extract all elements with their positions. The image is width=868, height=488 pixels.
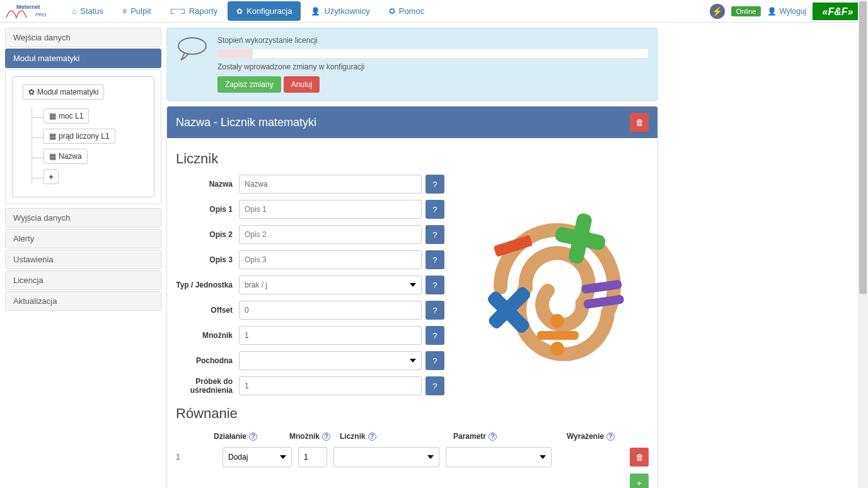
label-opis1: Opis 1 bbox=[176, 205, 239, 214]
home-icon: ⌂ bbox=[72, 7, 76, 16]
svg-text:«F&F»: «F&F» bbox=[823, 6, 854, 17]
label-mnoznik: Mnożnik bbox=[176, 331, 239, 340]
section-licznik-title: Licznik bbox=[176, 151, 649, 167]
label-pochodna: Pochodna bbox=[176, 356, 239, 365]
nav-uzytkownicy[interactable]: 👤Użytkownicy bbox=[302, 1, 378, 21]
sidebar-item-licencja[interactable]: Licencja bbox=[5, 270, 161, 290]
help-mnoznik-button[interactable]: ? bbox=[425, 326, 444, 345]
label-typ: Typ / Jednostka bbox=[176, 281, 239, 289]
gear-icon: ✿ bbox=[28, 88, 35, 96]
license-alert: Stopień wykorzystanie licencji Zostały w… bbox=[166, 28, 658, 101]
svg-point-14 bbox=[550, 342, 564, 356]
topbar: Meternet PRO ⌂Status ≡Pulpit ⫍⫎Raporty ✿… bbox=[0, 0, 868, 23]
plus-icon: + bbox=[637, 479, 642, 488]
nav-konfiguracja[interactable]: ✿Konfiguracja bbox=[228, 1, 301, 21]
input-opis1[interactable] bbox=[239, 200, 422, 219]
select-dzialanie[interactable]: Dodaj bbox=[223, 447, 292, 467]
help-offset-button[interactable]: ? bbox=[425, 301, 444, 320]
help-opis3-button[interactable]: ? bbox=[425, 250, 444, 269]
help-opis1-button[interactable]: ? bbox=[425, 200, 444, 219]
input-row-mnoznik[interactable] bbox=[298, 447, 327, 467]
main-nav: ⌂Status ≡Pulpit ⫍⫎Raporty ✿Konfiguracja … bbox=[63, 1, 433, 21]
nav-pulpit[interactable]: ≡Pulpit bbox=[113, 1, 160, 21]
grid-icon: ▦ bbox=[49, 112, 56, 120]
alert-title: Stopień wykorzystanie licencji bbox=[217, 36, 649, 45]
nav-pomoc[interactable]: ✪Pomoc bbox=[380, 1, 433, 21]
select-licznik[interactable] bbox=[333, 447, 439, 467]
input-opis3[interactable] bbox=[239, 250, 422, 269]
svg-point-4 bbox=[178, 38, 206, 54]
label-opis3: Opis 3 bbox=[176, 255, 239, 264]
svg-text:Meternet: Meternet bbox=[16, 4, 40, 10]
sidebar-item-ustawienia[interactable]: Ustawienia bbox=[5, 250, 161, 269]
tree-root[interactable]: ✿Moduł matematyki bbox=[23, 84, 104, 100]
list-icon: ≡ bbox=[122, 7, 127, 16]
help-typ-button[interactable]: ? bbox=[425, 276, 444, 294]
tree-node-nazwa[interactable]: ▦Nazwa bbox=[43, 149, 88, 164]
plug-icon[interactable]: ⚡ bbox=[710, 4, 725, 19]
input-opis2[interactable] bbox=[239, 225, 422, 244]
row-number: 1 bbox=[176, 453, 188, 462]
equation-headers: Działanie? Mnożnik? Licznik? Parametr? W… bbox=[176, 429, 649, 443]
help-icon[interactable]: ? bbox=[489, 433, 497, 441]
sidebar: Wejścia danych Moduł matematyki ✿Moduł m… bbox=[5, 28, 161, 311]
life-ring-icon: ✪ bbox=[389, 7, 395, 16]
panel-title: Nazwa - Licznik matematyki bbox=[176, 116, 316, 129]
nav-raporty[interactable]: ⫍⫎Raporty bbox=[161, 1, 227, 21]
scrollbar-thumb[interactable] bbox=[859, 1, 867, 294]
help-pochodna-button[interactable]: ? bbox=[425, 351, 444, 370]
svg-rect-13 bbox=[537, 331, 579, 340]
trash-icon: 🗑 bbox=[635, 118, 644, 127]
alert-changes-text: Zostały wprowadzone zmiany w konfiguracj… bbox=[217, 62, 649, 71]
ff-logo: «F&F» bbox=[813, 3, 863, 20]
grid-icon: ▦ bbox=[49, 152, 56, 161]
help-icon[interactable]: ? bbox=[249, 433, 257, 441]
speech-bubble-icon bbox=[176, 36, 209, 63]
th-dzialanie: Działanie bbox=[214, 432, 246, 441]
label-offset: Offset bbox=[176, 306, 239, 315]
user-icon: 👤 bbox=[767, 7, 777, 16]
help-icon[interactable]: ? bbox=[368, 433, 376, 441]
logo-meternet: Meternet PRO bbox=[5, 3, 55, 20]
license-progress bbox=[217, 49, 649, 59]
save-changes-button[interactable]: Zapisz zmiany bbox=[217, 76, 281, 93]
tree-node-prad-liczony-l1[interactable]: ▦prąd liczony L1 bbox=[43, 129, 115, 144]
gear-icon: ✿ bbox=[236, 7, 243, 16]
delete-panel-button[interactable]: 🗑 bbox=[630, 113, 649, 132]
help-icon[interactable]: ? bbox=[606, 433, 615, 441]
help-probek-button[interactable]: ? bbox=[425, 376, 444, 395]
logout-link[interactable]: 👤Wyloguj bbox=[767, 7, 806, 16]
th-parametr: Parametr bbox=[453, 432, 486, 441]
input-mnoznik[interactable] bbox=[239, 326, 422, 345]
label-nazwa: Nazwa bbox=[176, 180, 239, 189]
nav-status[interactable]: ⌂Status bbox=[63, 1, 112, 21]
equation-row-1: 1 Dodaj 🗑 bbox=[176, 447, 649, 467]
help-nazwa-button[interactable]: ? bbox=[425, 175, 444, 194]
section-rownanie-title: Równanie bbox=[176, 405, 649, 422]
select-pochodna[interactable] bbox=[239, 351, 422, 370]
delete-row-button[interactable]: 🗑 bbox=[630, 448, 649, 467]
input-probek[interactable] bbox=[239, 376, 422, 395]
sidebar-item-wyjscia[interactable]: Wyjścia danych bbox=[5, 208, 161, 228]
help-icon[interactable]: ? bbox=[322, 433, 330, 441]
svg-point-12 bbox=[550, 314, 564, 328]
sidebar-item-alerty[interactable]: Alerty bbox=[5, 229, 161, 248]
input-nazwa[interactable] bbox=[239, 175, 422, 194]
online-badge: Online bbox=[731, 6, 761, 16]
tree-add-button[interactable]: + bbox=[43, 169, 59, 184]
help-opis2-button[interactable]: ? bbox=[425, 225, 444, 244]
tree-node-moc-l1[interactable]: ▦moc L1 bbox=[43, 108, 89, 124]
add-row-button[interactable]: + bbox=[630, 473, 649, 488]
chart-icon: ⫍⫎ bbox=[170, 7, 185, 16]
sidebar-item-aktualizacja[interactable]: Aktualizacja bbox=[5, 291, 161, 311]
cancel-button[interactable]: Anuluj bbox=[284, 76, 320, 93]
svg-text:PRO: PRO bbox=[35, 12, 46, 18]
vertical-scrollbar[interactable] bbox=[858, 0, 868, 488]
select-typ[interactable]: brak / j bbox=[239, 276, 422, 294]
math-illustration bbox=[469, 206, 645, 371]
select-parametr[interactable] bbox=[446, 447, 552, 467]
th-wyrazenie: Wyrażenie bbox=[567, 432, 604, 441]
sidebar-item-wejscia[interactable]: Wejścia danych bbox=[5, 28, 161, 47]
input-offset[interactable] bbox=[239, 301, 422, 320]
sidebar-item-modul[interactable]: Moduł matematyki bbox=[5, 49, 161, 68]
